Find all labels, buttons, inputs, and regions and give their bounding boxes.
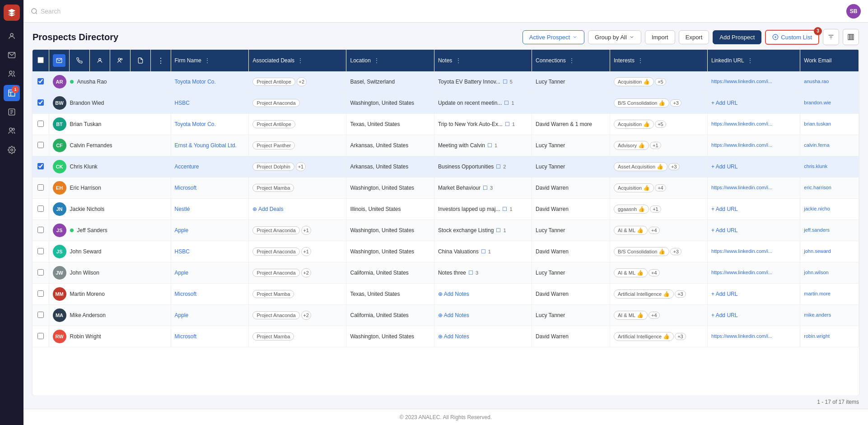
row-checkbox[interactable] — [37, 227, 44, 233]
firm-link[interactable]: Apple — [175, 227, 189, 234]
search-placeholder[interactable]: Search — [41, 8, 61, 15]
add-url-link[interactable]: + Add URL — [711, 312, 796, 318]
deal-tag[interactable]: Project Mamba — [252, 332, 294, 341]
firm-link[interactable]: Ernst & Young Global Ltd. — [175, 142, 237, 149]
work-email[interactable]: martin.more — [804, 291, 831, 296]
row-checkbox[interactable] — [37, 269, 44, 276]
prospect-name[interactable]: Jeff Sanders — [77, 227, 107, 234]
interest-extra-badge[interactable]: +3 — [668, 163, 680, 170]
thumbs-up-icon[interactable]: 👍 — [663, 291, 670, 297]
work-email[interactable]: john.seward — [804, 248, 831, 254]
deal-count-badge[interactable]: +2 — [301, 268, 311, 277]
add-prospect-button[interactable]: Add Prospect — [713, 30, 761, 44]
linkedin-url[interactable]: https://www.linkedin.com/i... — [711, 185, 772, 190]
interests-col-menu[interactable]: ⋮ — [638, 57, 643, 64]
interest-extra-badge[interactable]: +4 — [655, 184, 666, 191]
work-email[interactable]: brandon.wie — [804, 100, 831, 105]
prospect-name[interactable]: Eric Harrison — [70, 185, 101, 191]
work-email[interactable]: brian.tuskan — [804, 121, 831, 126]
firm-link[interactable]: Nestlé — [175, 206, 190, 212]
deal-count-badge[interactable]: +1 — [296, 162, 306, 171]
prospect-name[interactable]: Chris Klunk — [70, 163, 98, 170]
deal-tag[interactable]: Project Antilope — [252, 120, 295, 128]
linkedin-url[interactable]: https://www.linkedin.com/i... — [711, 270, 772, 275]
sidebar-item-profile[interactable] — [4, 28, 20, 44]
people-col-icon[interactable] — [114, 54, 126, 67]
thumbs-up-icon[interactable]: 👍 — [658, 248, 665, 255]
user-avatar[interactable]: SB — [846, 4, 861, 19]
prospect-name[interactable]: Martin Moreno — [70, 291, 105, 297]
prospect-name[interactable]: Robin Wright — [70, 333, 101, 340]
row-checkbox[interactable] — [37, 312, 44, 318]
firm-link[interactable]: Apple — [175, 312, 189, 318]
interest-tag[interactable]: AI & ML👍 — [614, 311, 648, 320]
prospect-name[interactable]: John Wilson — [70, 270, 99, 276]
add-deals-link[interactable]: ⊕ Add Deals — [252, 206, 342, 212]
linkedin-url[interactable]: https://www.linkedin.com/i... — [711, 142, 772, 148]
custom-list-button[interactable]: Custom List 3 — [765, 30, 819, 45]
interest-extra-badge[interactable]: +1 — [650, 142, 661, 149]
prospect-name[interactable]: Calvin Fernandes — [70, 142, 112, 149]
deal-tag[interactable]: Project Anaconda — [252, 311, 299, 319]
search-box[interactable]: Search — [31, 8, 61, 15]
thumbs-up-icon[interactable]: 👍 — [637, 227, 644, 234]
row-checkbox[interactable] — [37, 142, 44, 148]
row-checkbox[interactable] — [37, 99, 44, 106]
deal-tag[interactable]: Project Mamba — [252, 290, 294, 298]
thumbs-up-icon[interactable]: 👍 — [658, 100, 665, 106]
sidebar-item-mail[interactable] — [4, 47, 20, 63]
firm-link[interactable]: HSBC — [175, 100, 190, 106]
interest-tag[interactable]: Acquisition👍 — [614, 120, 654, 129]
add-url-link[interactable]: + Add URL — [711, 163, 796, 170]
deal-tag[interactable]: Project Anaconda — [252, 248, 299, 256]
deal-count-badge[interactable]: +1 — [301, 247, 311, 256]
connections-col-menu[interactable]: ⋮ — [569, 57, 574, 64]
filter-icon-button[interactable] — [823, 29, 839, 45]
work-email[interactable]: jeff.sanders — [804, 227, 830, 233]
firm-link[interactable]: Apple — [175, 270, 189, 276]
doc-col-icon[interactable] — [134, 54, 147, 67]
interest-tag[interactable]: Acquisition👍 — [614, 77, 654, 86]
email-col-icon[interactable] — [53, 54, 65, 67]
row-checkbox[interactable] — [37, 248, 44, 254]
columns-icon-button[interactable] — [843, 29, 859, 45]
work-email[interactable]: calvin.ferna — [804, 142, 829, 148]
prospect-name[interactable]: Brian Tuskan — [70, 121, 102, 127]
interest-extra-badge[interactable]: +5 — [655, 121, 666, 128]
deal-tag[interactable]: Project Anaconda — [252, 226, 299, 234]
interest-extra-badge[interactable]: +4 — [649, 227, 660, 234]
add-notes-link[interactable]: ⊕ Add Notes — [438, 291, 528, 297]
thumbs-up-icon[interactable]: 👍 — [663, 333, 670, 340]
interest-tag[interactable]: B/S Consolidation👍 — [614, 247, 669, 256]
row-checkbox[interactable] — [37, 163, 44, 169]
row-checkbox[interactable] — [37, 78, 44, 84]
firm-col-menu[interactable]: ⋮ — [205, 57, 210, 64]
deal-count-badge[interactable]: +1 — [301, 226, 311, 235]
work-email[interactable]: john.wilson — [804, 270, 828, 275]
linkedin-col-menu[interactable]: ⋮ — [747, 57, 753, 64]
phone-col-icon[interactable] — [73, 54, 86, 67]
contact-col-icon[interactable] — [93, 54, 106, 67]
linkedin-url[interactable]: https://www.linkedin.com/i... — [711, 79, 772, 84]
sidebar-item-prospects[interactable]: 1 — [4, 85, 20, 101]
interest-tag[interactable]: Artificial Intelligence👍 — [614, 332, 674, 341]
thumbs-up-icon[interactable]: 👍 — [657, 163, 663, 170]
prospect-name[interactable]: John Seward — [70, 248, 102, 255]
linkedin-url[interactable]: https://www.linkedin.com/i... — [711, 333, 772, 339]
interest-tag[interactable]: Asset Acquisition👍 — [614, 162, 667, 171]
thumbs-up-icon[interactable]: 👍 — [637, 312, 644, 318]
interest-extra-badge[interactable]: +3 — [670, 99, 681, 107]
interest-extra-badge[interactable]: +3 — [675, 333, 686, 340]
firm-link[interactable]: HSBC — [175, 248, 190, 255]
deal-tag[interactable]: Project Mamba — [252, 184, 294, 192]
prospect-name[interactable]: Jackie Nichols — [70, 206, 105, 212]
deal-count-badge[interactable]: +2 — [297, 77, 307, 86]
interest-extra-badge[interactable]: +1 — [650, 205, 661, 213]
interest-tag[interactable]: Artificial Intelligence👍 — [614, 290, 674, 299]
interest-tag[interactable]: Acquisition👍 — [614, 183, 654, 192]
firm-link[interactable]: Microsoft — [175, 333, 197, 340]
firm-link[interactable]: Microsoft — [175, 291, 197, 297]
add-url-link[interactable]: + Add URL — [711, 206, 796, 212]
deal-tag[interactable]: Project Antilope — [252, 78, 295, 86]
add-url-link[interactable]: + Add URL — [711, 291, 796, 297]
